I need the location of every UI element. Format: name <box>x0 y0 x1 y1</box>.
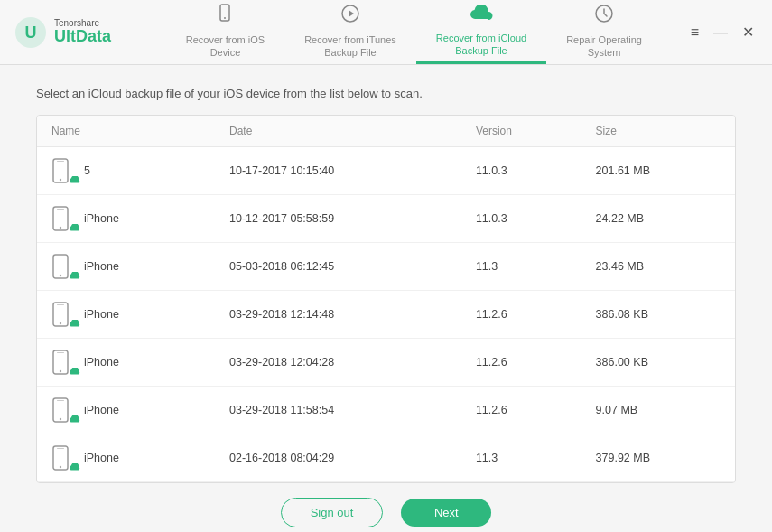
cell-date: 05-03-2018 06:12:45 <box>215 243 461 291</box>
cell-size: 24.22 MB <box>581 195 735 243</box>
table-row[interactable]: 5 10-17-2017 10:15:4011.0.3201.61 MB <box>37 147 735 195</box>
svg-point-6 <box>60 179 61 181</box>
menu-button[interactable]: ≡ <box>687 23 702 42</box>
cell-version: 11.0.3 <box>461 195 581 243</box>
tab-ios-device[interactable]: Recover from iOSDevice <box>166 0 284 64</box>
svg-rect-10 <box>57 209 64 210</box>
icloud-icon <box>470 5 493 28</box>
backup-table: Name Date Version Size <box>37 116 735 482</box>
cell-name: iPhone <box>37 434 215 482</box>
tab-repair-label: Repair OperatingSystem <box>566 33 642 60</box>
cell-size: 23.46 MB <box>581 243 735 291</box>
cell-size: 379.92 MB <box>581 434 735 482</box>
close-button[interactable]: ✕ <box>739 22 758 42</box>
cell-name: iPhone <box>37 339 215 387</box>
cell-name: iPhone <box>37 243 215 291</box>
signout-button[interactable]: Sign out <box>281 498 384 527</box>
svg-rect-13 <box>57 257 64 257</box>
svg-rect-16 <box>57 304 64 305</box>
svg-point-24 <box>60 466 61 468</box>
title-bar: U Tenorshare UltData Recover from iOSDev… <box>0 0 772 65</box>
cell-date: 03-29-2018 12:04:28 <box>215 339 461 387</box>
svg-point-9 <box>60 227 61 229</box>
cell-name: 5 <box>37 147 215 195</box>
logo-icon: U <box>14 16 47 49</box>
cell-size: 9.07 MB <box>581 387 735 434</box>
cell-name: iPhone <box>37 195 215 243</box>
instruction-text: Select an iCloud backup file of your iOS… <box>36 87 736 100</box>
svg-point-15 <box>60 322 61 324</box>
logo-product: UltData <box>54 28 111 46</box>
svg-rect-25 <box>57 448 64 449</box>
cell-date: 10-17-2017 10:15:40 <box>215 147 461 195</box>
col-size: Size <box>581 116 735 147</box>
col-version: Version <box>461 116 581 147</box>
table-row[interactable]: iPhone 03-29-2018 12:04:2811.2.6386.00 K… <box>37 339 735 387</box>
next-button[interactable]: Next <box>401 499 491 527</box>
main-content: Select an iCloud backup file of your iOS… <box>0 65 772 532</box>
cell-date: 03-29-2018 12:14:48 <box>215 291 461 339</box>
cell-size: 386.00 KB <box>581 339 735 387</box>
cell-date: 03-29-2018 11:58:54 <box>215 387 461 434</box>
cell-version: 11.0.3 <box>461 147 581 195</box>
repair-icon <box>593 3 615 30</box>
tab-itunes-backup[interactable]: Recover from iTunesBackup File <box>284 0 416 64</box>
table-row[interactable]: iPhone 02-16-2018 08:04:2911.3379.92 MB <box>37 434 735 482</box>
svg-point-3 <box>224 17 226 19</box>
tab-icloud-backup[interactable]: Recover from iCloudBackup File <box>416 0 546 64</box>
backup-table-wrapper: Name Date Version Size <box>36 115 736 483</box>
tab-itunes-label: Recover from iTunesBackup File <box>304 33 396 60</box>
logo-text: Tenorshare UltData <box>54 18 111 46</box>
cell-size: 201.61 MB <box>581 147 735 195</box>
cell-date: 10-12-2017 05:58:59 <box>215 195 461 243</box>
table-header-row: Name Date Version Size <box>37 116 735 147</box>
logo: U Tenorshare UltData <box>14 16 141 49</box>
table-row[interactable]: iPhone 05-03-2018 06:12:4511.323.46 MB <box>37 243 735 291</box>
nav-tabs: Recover from iOSDevice Recover from iTun… <box>141 0 687 64</box>
cell-name: iPhone <box>37 387 215 434</box>
cell-version: 11.2.6 <box>461 291 581 339</box>
svg-rect-19 <box>57 352 64 353</box>
cell-name: iPhone <box>37 291 215 339</box>
ios-device-icon <box>214 3 236 30</box>
svg-point-18 <box>60 370 61 372</box>
svg-point-12 <box>60 275 61 276</box>
cell-version: 11.2.6 <box>461 387 581 434</box>
cell-version: 11.3 <box>461 243 581 291</box>
tab-repair[interactable]: Repair OperatingSystem <box>546 0 662 64</box>
cell-version: 11.3 <box>461 434 581 482</box>
svg-rect-22 <box>57 400 64 401</box>
cell-version: 11.2.6 <box>461 339 581 387</box>
col-name: Name <box>37 116 215 147</box>
col-date: Date <box>215 116 461 147</box>
table-row[interactable]: iPhone 03-29-2018 12:14:4811.2.6386.08 K… <box>37 291 735 339</box>
cell-size: 386.08 KB <box>581 291 735 339</box>
table-row[interactable]: iPhone 03-29-2018 11:58:5411.2.69.07 MB <box>37 387 735 434</box>
tab-icloud-label: Recover from iCloudBackup File <box>436 32 526 58</box>
itunes-icon <box>339 3 361 30</box>
cell-date: 02-16-2018 08:04:29 <box>215 434 461 482</box>
minimize-button[interactable]: — <box>710 23 731 42</box>
svg-rect-7 <box>57 161 64 162</box>
table-row[interactable]: iPhone 10-12-2017 05:58:5911.0.324.22 MB <box>37 195 735 243</box>
tab-ios-device-label: Recover from iOSDevice <box>186 33 265 60</box>
backup-table-scroll[interactable]: Name Date Version Size <box>37 116 735 482</box>
window-controls: ≡ — ✕ <box>687 22 758 42</box>
svg-text:U: U <box>25 23 37 42</box>
bottom-area: Sign out Next <box>36 483 736 532</box>
svg-point-21 <box>60 418 61 420</box>
